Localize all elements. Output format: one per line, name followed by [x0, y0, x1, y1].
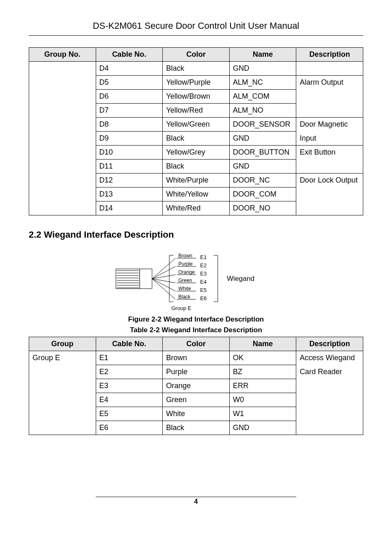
- t1-color: Yellow/Grey: [163, 146, 230, 160]
- t1-color: Yellow/Brown: [163, 90, 230, 104]
- wire-color-label: White: [178, 286, 191, 292]
- table-row: D12 White/Purple DOOR_NC Door Lock Outpu…: [29, 174, 363, 187]
- terminal-table-1: Group No. Cable No. Color Name Descripti…: [29, 47, 363, 215]
- t1-group-blank: [29, 62, 96, 76]
- t1-name: DOOR_SENSOR: [229, 118, 296, 132]
- t1-name: DOOR_BUTTON: [229, 146, 296, 160]
- t1-cable: D9: [96, 132, 163, 146]
- t2-name: GND: [229, 421, 296, 435]
- page-number: 4: [96, 497, 296, 505]
- t2-desc: Access Wiegand: [296, 351, 363, 365]
- t1-group-blank: [29, 160, 96, 174]
- t1-desc: [296, 104, 363, 118]
- t2-h-group: Group: [29, 337, 96, 351]
- wire-e-label: E2: [200, 262, 207, 268]
- wiegand-side-label: Wiegand: [227, 275, 254, 282]
- t2-cable: E3: [96, 379, 163, 393]
- t2-cable: E4: [96, 393, 163, 407]
- t1-h-color: Color: [163, 48, 230, 62]
- table-row: D5 Yellow/Purple ALM_NC Alarm Output: [29, 76, 363, 90]
- t1-group-blank: [29, 187, 96, 201]
- t2-cable: E6: [96, 421, 163, 435]
- t2-desc: [296, 421, 363, 435]
- t1-cable: D12: [96, 174, 163, 187]
- t1-desc: [296, 201, 363, 215]
- t2-color: Green: [163, 393, 230, 407]
- t1-color: Black: [163, 160, 230, 174]
- t2-color: Purple: [163, 365, 230, 379]
- t1-desc: Exit Button: [296, 146, 363, 160]
- t2-cable: E5: [96, 407, 163, 421]
- t1-color: White/Red: [163, 201, 230, 215]
- t1-color: White/Purple: [163, 174, 230, 187]
- t1-color: Black: [163, 62, 230, 76]
- wire-e-label: E1: [200, 254, 207, 260]
- t1-group-blank: [29, 201, 96, 215]
- t1-desc: Door Lock Output: [296, 174, 363, 187]
- wire-color-label: Green: [178, 278, 192, 283]
- t2-desc: [296, 407, 363, 421]
- t1-desc: Input: [296, 132, 363, 146]
- t2-name: BZ: [229, 365, 296, 379]
- t2-desc: Card Reader: [296, 365, 363, 379]
- t1-name: GND: [229, 132, 296, 146]
- table-row: D13 White/Yellow DOOR_COM: [29, 187, 363, 201]
- t2-name: OK: [229, 351, 296, 365]
- t1-cable: D8: [96, 118, 163, 132]
- t1-color: Yellow/Purple: [163, 76, 230, 90]
- t1-h-cable: Cable No.: [96, 48, 163, 62]
- table-row: D9 Black GND Input: [29, 132, 363, 146]
- t2-name: W0: [229, 393, 296, 407]
- wire-e-label: E6: [200, 295, 207, 301]
- t1-name: ALM_NC: [229, 76, 296, 90]
- table2-caption: Table 2-2 Wiegand Interface Description: [29, 326, 363, 334]
- wire-color-label: Black: [178, 294, 191, 300]
- t1-cable: D13: [96, 187, 163, 201]
- t2-name: ERR: [229, 379, 296, 393]
- t1-group-blank: [29, 104, 96, 118]
- t2-color: Black: [163, 421, 230, 435]
- t1-name: DOOR_COM: [229, 187, 296, 201]
- t2-h-color: Color: [163, 337, 230, 351]
- wiegand-diagram: Brown E1 Purple E2 Orange E3 Green E4 Wh…: [29, 249, 363, 313]
- svg-rect-1: [140, 269, 152, 289]
- t1-desc: [296, 90, 363, 104]
- t2-desc: [296, 393, 363, 407]
- t1-cable: D6: [96, 90, 163, 104]
- wire-e-label: E3: [200, 271, 207, 277]
- t1-cable: D10: [96, 146, 163, 160]
- table-row: D6 Yellow/Brown ALM_COM: [29, 90, 363, 104]
- page-header-title: DS-K2M061 Secure Door Control Unit User …: [29, 21, 363, 36]
- table-row: D10 Yellow/Grey DOOR_BUTTON Exit Button: [29, 146, 363, 160]
- t2-color: Orange: [163, 379, 230, 393]
- table-row: D4 Black GND: [29, 62, 363, 76]
- t1-group-blank: [29, 146, 96, 160]
- t1-cable: D4: [96, 62, 163, 76]
- t1-name: ALM_NO: [229, 104, 296, 118]
- table-row: D7 Yellow/Red ALM_NO: [29, 104, 363, 118]
- t1-group-blank: [29, 118, 96, 132]
- t2-cable: E1: [96, 351, 163, 365]
- t1-desc: [296, 187, 363, 201]
- t1-cable: D5: [96, 76, 163, 90]
- wire-e-label: E5: [200, 287, 207, 293]
- t1-h-desc: Description: [296, 48, 363, 62]
- t1-name: ALM_COM: [229, 90, 296, 104]
- t2-group: Group E: [29, 351, 96, 435]
- t1-group-blank: [29, 76, 96, 90]
- t1-desc: [296, 62, 363, 76]
- wire-color-label: Purple: [178, 261, 193, 267]
- t1-color: Yellow/Green: [163, 118, 230, 132]
- t1-name: GND: [229, 160, 296, 174]
- t2-h-desc: Description: [296, 337, 363, 351]
- t2-cable: E2: [96, 365, 163, 379]
- wire-e-label: E4: [200, 279, 207, 285]
- t2-h-cable: Cable No.: [96, 337, 163, 351]
- t1-cable: D14: [96, 201, 163, 215]
- t1-color: Yellow/Red: [163, 104, 230, 118]
- t1-cable: D11: [96, 160, 163, 174]
- group-e-label: Group E: [171, 305, 191, 311]
- t1-group-blank: [29, 90, 96, 104]
- t1-color: Black: [163, 132, 230, 146]
- t2-desc: [296, 379, 363, 393]
